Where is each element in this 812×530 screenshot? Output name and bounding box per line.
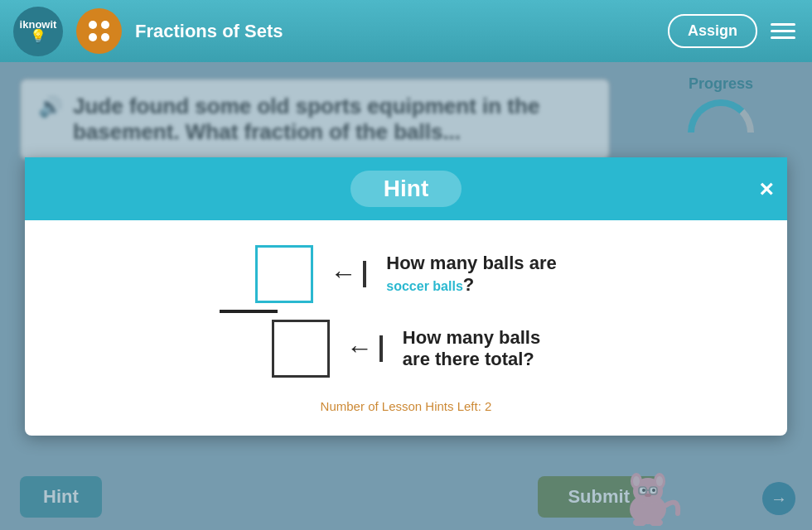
dot3 (89, 33, 97, 41)
arrow-label-1: ← (330, 258, 370, 289)
topic-dots (89, 21, 109, 41)
menu-button[interactable] (767, 20, 799, 42)
main-content: 🔊 Jude found some old sports equipment i… (0, 62, 812, 530)
dot4 (101, 33, 109, 41)
arrow-bar-2 (379, 335, 383, 362)
modal-header: Hint × (25, 157, 787, 220)
dot2 (101, 21, 109, 29)
modal-title: Hint (350, 171, 462, 207)
hints-remaining-text: Number of Lesson Hints Left: 2 (321, 399, 492, 413)
fraction-numerator-box (255, 245, 313, 303)
topic-icon (76, 8, 122, 54)
hint-row-2: ← How many balls are there total? (75, 320, 737, 378)
hint-question-top-text: How many balls are (386, 253, 556, 273)
header-right: Assign (668, 14, 799, 48)
logo-container: iknowit 💡 (13, 7, 63, 56)
hint-question-1: How many balls are soccer balls? (386, 253, 556, 296)
hamburger-line1 (771, 23, 795, 26)
fraction-box (255, 245, 313, 303)
hamburger-line2 (771, 30, 795, 32)
hint-question-bottom-line2: are there total? (403, 349, 534, 369)
hamburger-line3 (771, 36, 795, 39)
hint-question-end: ? (463, 274, 474, 295)
header: iknowit 💡 Fractions of Sets Assign (0, 0, 812, 62)
modal-body: ← How many balls are soccer balls? (25, 220, 787, 436)
fraction-denominator-container (272, 320, 330, 378)
assign-button[interactable]: Assign (668, 14, 757, 48)
modal-close-button[interactable]: × (759, 176, 774, 201)
hint-highlight-text: soccer balls (386, 279, 463, 293)
fraction-divider-line (220, 310, 278, 313)
logo-circle: iknowit 💡 (13, 7, 63, 56)
arrow-bar-1 (363, 261, 366, 287)
lesson-title: Fractions of Sets (135, 21, 655, 42)
hint-question-bottom-line1: How many balls (403, 327, 540, 348)
left-arrow-icon-2: ← (346, 333, 373, 364)
fraction-denominator-box (272, 320, 330, 378)
hint-question-2: How many balls are there total? (403, 327, 540, 370)
hint-row-1: ← How many balls are soccer balls? (75, 245, 737, 303)
hint-modal: Hint × ← How many balls are (25, 157, 787, 436)
left-arrow-icon-1: ← (330, 258, 356, 289)
logo-bulb-icon: 💡 (30, 30, 46, 43)
arrow-label-2: ← (346, 333, 386, 364)
dot1 (89, 21, 97, 29)
